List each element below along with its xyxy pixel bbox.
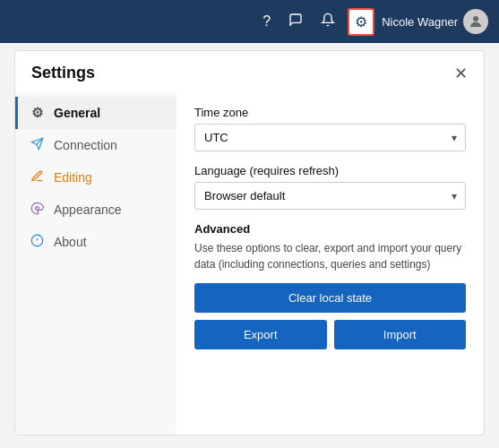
clear-local-state-button[interactable]: Clear local state [194,283,466,313]
avatar [463,9,488,34]
import-button[interactable]: Import [334,320,467,349]
appearance-icon [29,202,45,218]
sidebar-item-editing[interactable]: Editing [15,161,176,194]
main-content: Time zone UTC ▾ Language (requires refre… [176,91,484,435]
language-label: Language (requires refresh) [194,164,466,177]
user-name: Nicole Wagner [382,15,458,29]
advanced-title: Advanced [194,222,466,236]
export-button[interactable]: Export [194,320,327,349]
sidebar-label-connection: Connection [54,138,117,152]
panel-body: ⚙ General Connection Editing Appearance [15,91,484,435]
language-dropdown-wrapper: Browser default ▾ [194,182,466,210]
language-select[interactable]: Browser default [194,182,466,210]
sidebar-item-appearance[interactable]: Appearance [15,194,176,226]
sidebar-label-general: General [54,106,100,120]
timezone-select[interactable]: UTC [194,124,466,151]
notification-icon[interactable] [315,9,340,34]
timezone-label: Time zone [194,106,466,119]
settings-title: Settings [31,64,95,82]
timezone-dropdown-wrapper: UTC ▾ [194,124,466,151]
sidebar-label-editing: Editing [54,170,92,185]
export-import-row: Export Import [194,320,466,349]
editing-icon [29,169,45,185]
close-button[interactable]: ✕ [454,65,468,82]
user-menu[interactable]: Nicole Wagner [382,9,488,34]
about-icon [29,234,45,250]
advanced-desc: Use these options to clear, export and i… [194,240,466,272]
settings-icon[interactable]: ⚙ [348,8,374,36]
svg-point-3 [35,207,39,211]
sidebar-label-appearance: Appearance [54,202,122,217]
connection-icon [29,137,45,153]
general-icon: ⚙ [29,105,45,121]
topbar: ? ⚙ Nicole Wagner [0,0,499,43]
sidebar: ⚙ General Connection Editing Appearance [15,91,176,435]
settings-panel: Settings ✕ ⚙ General Connection Editing [14,50,485,435]
sidebar-item-general[interactable]: ⚙ General [15,97,176,129]
svg-point-0 [473,16,478,22]
sidebar-item-about[interactable]: About [15,226,176,258]
help-icon[interactable]: ? [257,10,276,33]
panel-header: Settings ✕ [15,51,484,91]
sidebar-item-connection[interactable]: Connection [15,129,176,161]
feedback-icon[interactable] [283,9,308,34]
sidebar-label-about: About [54,235,87,249]
